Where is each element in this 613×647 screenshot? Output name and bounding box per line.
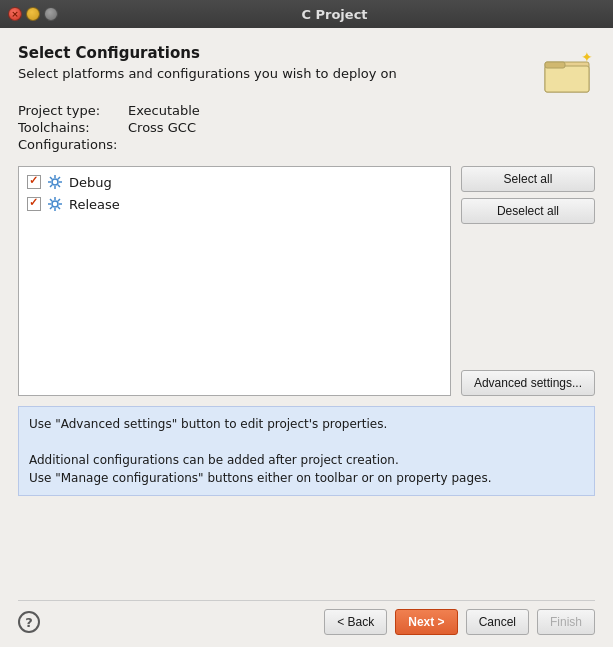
page-title: Select Configurations	[18, 44, 397, 62]
title-bar-buttons: ×	[8, 7, 58, 21]
select-buttons: Select all Deselect all	[461, 166, 595, 224]
svg-line-21	[50, 207, 52, 209]
info-line3: Additional configurations can be added a…	[29, 451, 584, 469]
header-section: Select Configurations Select platforms a…	[18, 44, 595, 103]
footer: ? < Back Next > Cancel Finish	[18, 600, 595, 635]
svg-point-4	[52, 179, 58, 185]
window-title: C Project	[64, 7, 605, 22]
footer-buttons: < Back Next > Cancel Finish	[324, 609, 595, 635]
config-area: Debug Releas	[18, 166, 595, 396]
debug-checkbox[interactable]	[27, 175, 41, 189]
toolchains-label: Toolchains:	[18, 120, 128, 135]
svg-rect-2	[545, 62, 565, 68]
info-box: Use "Advanced settings" button to edit p…	[18, 406, 595, 496]
help-button[interactable]: ?	[18, 611, 40, 633]
minimize-button[interactable]	[26, 7, 40, 21]
properties-section: Project type: Executable Toolchains: Cro…	[18, 103, 595, 156]
svg-line-10	[58, 185, 60, 187]
svg-rect-1	[545, 66, 589, 92]
info-line1: Use "Advanced settings" button to edit p…	[29, 415, 584, 433]
svg-line-18	[50, 199, 52, 201]
svg-text:✦: ✦	[581, 49, 593, 65]
header-text: Select Configurations Select platforms a…	[18, 44, 397, 81]
svg-line-12	[50, 185, 52, 187]
configurations-label: Configurations:	[18, 137, 595, 152]
next-button[interactable]: Next >	[395, 609, 457, 635]
svg-point-13	[52, 201, 58, 207]
list-item[interactable]: Debug	[23, 171, 446, 193]
footer-left: ?	[18, 611, 40, 633]
debug-icon	[47, 174, 63, 190]
release-label: Release	[69, 197, 120, 212]
svg-line-20	[58, 199, 60, 201]
project-type-row: Project type: Executable	[18, 103, 595, 118]
advanced-settings-button[interactable]: Advanced settings...	[461, 370, 595, 396]
config-right-buttons: Select all Deselect all Advanced setting…	[461, 166, 595, 396]
svg-line-9	[50, 177, 52, 179]
project-type-value: Executable	[128, 103, 200, 118]
toolchains-value: Cross GCC	[128, 120, 196, 135]
svg-line-19	[58, 207, 60, 209]
close-button[interactable]: ×	[8, 7, 22, 21]
maximize-button[interactable]	[44, 7, 58, 21]
config-list: Debug Releas	[18, 166, 451, 396]
select-all-button[interactable]: Select all	[461, 166, 595, 192]
finish-button[interactable]: Finish	[537, 609, 595, 635]
list-item[interactable]: Release	[23, 193, 446, 215]
page-subtitle: Select platforms and configurations you …	[18, 66, 397, 81]
title-bar: × C Project	[0, 0, 613, 28]
deselect-all-button[interactable]: Deselect all	[461, 198, 595, 224]
toolchains-row: Toolchains: Cross GCC	[18, 120, 595, 135]
back-button[interactable]: < Back	[324, 609, 387, 635]
header-icon: ✦	[543, 48, 595, 103]
svg-line-11	[58, 177, 60, 179]
release-checkbox[interactable]	[27, 197, 41, 211]
release-icon	[47, 196, 63, 212]
cancel-button[interactable]: Cancel	[466, 609, 529, 635]
main-content: Select Configurations Select platforms a…	[0, 28, 613, 647]
project-type-label: Project type:	[18, 103, 128, 118]
info-line4: Use "Manage configurations" buttons eith…	[29, 469, 584, 487]
debug-label: Debug	[69, 175, 112, 190]
